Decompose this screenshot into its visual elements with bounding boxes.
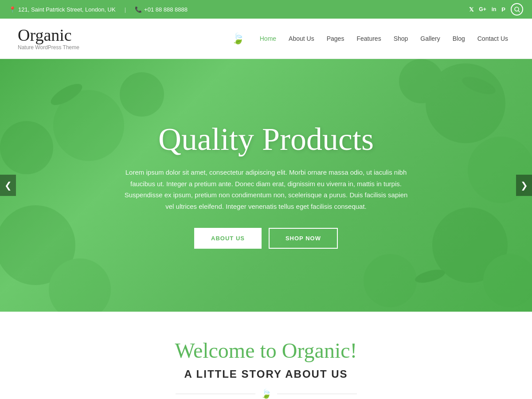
nav-area: 🍃 Home About Us Pages Features Shop Gall… [231,31,514,46]
svg-point-0 [515,7,519,11]
address-item: 📍 121, Saint Patrtick Street, London, UK [9,6,116,13]
divider-container: 🍃 [9,388,523,399]
chevron-left-icon: ❮ [4,180,12,191]
chevron-right-icon: ❯ [520,180,528,191]
logo-tagline: Nature WordPress Theme [18,44,79,51]
slider-next-button[interactable]: ❯ [516,175,532,196]
svg-line-1 [518,11,520,12]
nav-about[interactable]: About Us [282,31,321,46]
nav-gallery[interactable]: Gallery [414,31,446,46]
phone-text: +01 88 888 8888 [144,6,188,13]
hero-section: ❮ Quality Products Lorem ipsum dolor sit… [0,59,532,312]
divider-line-right [277,394,357,394]
slider-prev-button[interactable]: ❮ [0,175,16,196]
hero-description: Lorem ipsum dolor sit amet, consectetur … [120,167,412,212]
bottom-section: Welcome to Organic! A LITTLE STORY ABOUT… [0,312,532,399]
location-icon: 📍 [9,6,16,13]
nav-home[interactable]: Home [254,31,282,46]
nav-pages[interactable]: Pages [321,31,351,46]
divider-line-left [176,394,255,394]
hero-content: Quality Products Lorem ipsum dolor sit a… [66,122,466,249]
header: Organic Nature WordPress Theme 🍃 Home Ab… [0,19,532,59]
nav-features[interactable]: Features [350,31,387,46]
hero-title: Quality Products [120,122,412,157]
welcome-text: Welcome to Organic! [9,338,523,363]
divider-leaf-icon: 🍃 [261,388,272,399]
shop-now-button[interactable]: SHOP NOW [269,228,338,249]
about-us-button[interactable]: ABOUT US [194,228,262,249]
topbar-social: 𝕏 G+ in P [469,3,523,16]
topbar: 📍 121, Saint Patrtick Street, London, UK… [0,0,532,19]
topbar-divider: | [125,6,126,13]
twitter-link[interactable]: 𝕏 [469,6,473,13]
logo-area: Organic Nature WordPress Theme [18,27,79,51]
nav-contact[interactable]: Contact Us [471,31,514,46]
nav-leaf-icon: 🍃 [231,32,245,45]
story-title: A LITTLE STORY ABOUT US [9,368,523,380]
topbar-contact: 📍 121, Saint Patrtick Street, London, UK… [9,6,188,13]
nav-menu: Home About Us Pages Features Shop Galler… [254,31,514,46]
nav-shop[interactable]: Shop [387,31,415,46]
pinterest-link[interactable]: P [501,6,505,13]
linkedin-link[interactable]: in [492,6,497,12]
phone-item: 📞 +01 88 888 8888 [135,6,188,13]
logo-text: Organic [18,27,79,43]
googleplus-link[interactable]: G+ [479,6,486,12]
address-text: 121, Saint Patrtick Street, London, UK [18,6,116,13]
nav-blog[interactable]: Blog [446,31,471,46]
search-button[interactable] [511,3,523,16]
hero-buttons: ABOUT US SHOP NOW [120,228,412,249]
search-icon [514,7,520,12]
phone-icon: 📞 [135,6,142,13]
